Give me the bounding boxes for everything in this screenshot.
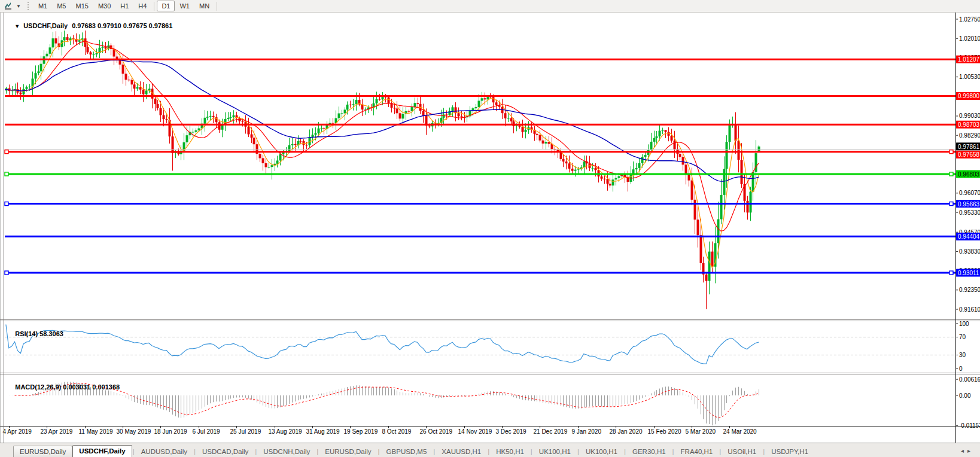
chart-canvas-svg: 1.027501.020101.012701.005300.997900.990…	[0, 0, 980, 457]
tab-usdcad-daily[interactable]: USDCAD,Daily	[196, 446, 254, 457]
tab-eurusd-daily[interactable]: EURUSD,Daily	[13, 446, 72, 457]
toolbar-separator	[217, 2, 217, 11]
rsi-panel-canvas[interactable]	[5, 321, 955, 373]
svg-text:0.99800: 0.99800	[958, 93, 980, 99]
svg-text:0.93011: 0.93011	[958, 270, 979, 276]
svg-text:0.98703: 0.98703	[958, 121, 980, 128]
rsi-value: 58.3063	[39, 330, 63, 337]
tab-scroll-right-icon: ▸	[967, 447, 974, 454]
level-price-badge: 0.98703	[956, 121, 980, 129]
macd-panel-canvas[interactable]	[5, 374, 955, 426]
toolbar-separator	[154, 2, 154, 11]
rsi-name: RSI(14)	[15, 330, 38, 337]
svg-text:0.97861: 0.97861	[958, 144, 980, 150]
tab-usdchf-daily[interactable]: USDCHF,Daily	[72, 445, 132, 457]
timeframe-button-h1[interactable]: H1	[115, 1, 133, 11]
tab-scroll-arrows[interactable]: ◂▸	[961, 447, 974, 454]
chart-tool-icon[interactable]	[4, 2, 13, 10]
timeframe-button-h4[interactable]: H4	[133, 1, 151, 11]
tab-fra40-h1[interactable]: FRA40,H1	[675, 446, 719, 457]
level-price-badge: 0.99800	[956, 92, 980, 100]
tab-uk100-h1[interactable]: UK100,H1	[533, 446, 577, 457]
line-handle[interactable]	[5, 150, 8, 154]
level-price-badge: 0.93011	[956, 269, 980, 277]
timeframe-buttons: M1M5M15M30H1H4D1W1MN	[34, 1, 220, 11]
svg-text:0.97658: 0.97658	[958, 151, 980, 158]
level-price-badge: 0.97658	[956, 151, 980, 159]
line-handle[interactable]	[5, 271, 8, 275]
timeframe-button-w1[interactable]: W1	[175, 1, 194, 11]
macd-name: MACD(12,26,9)	[15, 383, 61, 391]
symbol-dropdown-icon[interactable]: ▼	[14, 23, 20, 29]
macd-main-value: 0.003031	[63, 383, 90, 391]
timeframe-button-m30[interactable]: M30	[93, 1, 115, 11]
tab-eurusd-daily[interactable]: EURUSD,Daily	[319, 446, 377, 457]
macd-signal-value: 0.001368	[92, 383, 120, 391]
tab-gbpusd-m5[interactable]: GBPUSD,M5	[381, 446, 433, 457]
rsi-indicator-label: RSI(14) 58.3063	[8, 323, 63, 345]
svg-text:0.95663: 0.95663	[958, 201, 980, 208]
tab-usdcnh-daily[interactable]: USDCNH,Daily	[257, 446, 316, 457]
tab-usdjpy-h1[interactable]: USDJPY,H1	[765, 446, 814, 457]
timeframe-button-m5[interactable]: M5	[52, 1, 71, 11]
timeframe-button-m1[interactable]: M1	[34, 1, 52, 11]
ohlc-quote: 0.97683 0.97910 0.97675 0.97861	[72, 22, 172, 29]
price-axis[interactable]	[956, 13, 980, 426]
timeframe-button-d1[interactable]: D1	[157, 1, 175, 11]
toolbar-grip[interactable]	[28, 2, 31, 10]
tab-usoil-h1[interactable]: USOil,H1	[722, 446, 762, 457]
time-axis[interactable]	[5, 426, 955, 442]
tab-xauusd-h1[interactable]: XAUUSD,H1	[436, 446, 487, 457]
level-price-badge: 0.94404	[956, 233, 980, 240]
line-handle[interactable]	[5, 172, 8, 176]
svg-text:0.96803: 0.96803	[958, 171, 980, 178]
level-price-badge: 0.96803	[956, 170, 980, 178]
symbol-tab-bar: EURUSD,DailyUSDCHF,Daily|AUDUSD,Daily|US…	[0, 443, 980, 457]
current-price-badge: 0.97861	[956, 142, 980, 150]
symbol-label: USDCHF,Daily	[23, 22, 68, 29]
svg-text:0.94404: 0.94404	[958, 233, 980, 240]
line-handle[interactable]	[949, 202, 953, 206]
timeframe-toolbar: ▼ M1M5M15M30H1H4D1W1MN	[0, 0, 980, 13]
chart-title: ▼USDCHF,Daily0.97683 0.97910 0.97675 0.9…	[7, 15, 172, 36]
level-price-badge: 0.95663	[956, 200, 980, 208]
tab-audusd-daily[interactable]: AUDUSD,Daily	[135, 446, 193, 457]
timeframe-button-m15[interactable]: M15	[71, 1, 93, 11]
line-handle[interactable]	[949, 150, 953, 154]
timeframe-button-mn[interactable]: MN	[194, 1, 214, 11]
tab-scroll-left-icon: ◂	[961, 447, 967, 454]
line-handle[interactable]	[5, 202, 8, 206]
tab-ger30-h1[interactable]: GER30,H1	[626, 446, 672, 457]
macd-indicator-label: MACD(12,26,9) 0.003031 0.001368	[8, 376, 120, 398]
chevron-down-icon[interactable]: ▼	[16, 4, 21, 9]
tab-uk100-h1[interactable]: UK100,H1	[580, 446, 623, 457]
level-price-badge: 1.01207	[956, 56, 980, 63]
line-handle[interactable]	[949, 271, 953, 275]
trading-app-window: 1.027501.020101.012701.005300.997900.990…	[0, 0, 980, 457]
line-handle[interactable]	[949, 172, 953, 176]
svg-text:1.01207: 1.01207	[958, 56, 980, 63]
tab-hk50-h1[interactable]: HK50,H1	[490, 446, 530, 457]
